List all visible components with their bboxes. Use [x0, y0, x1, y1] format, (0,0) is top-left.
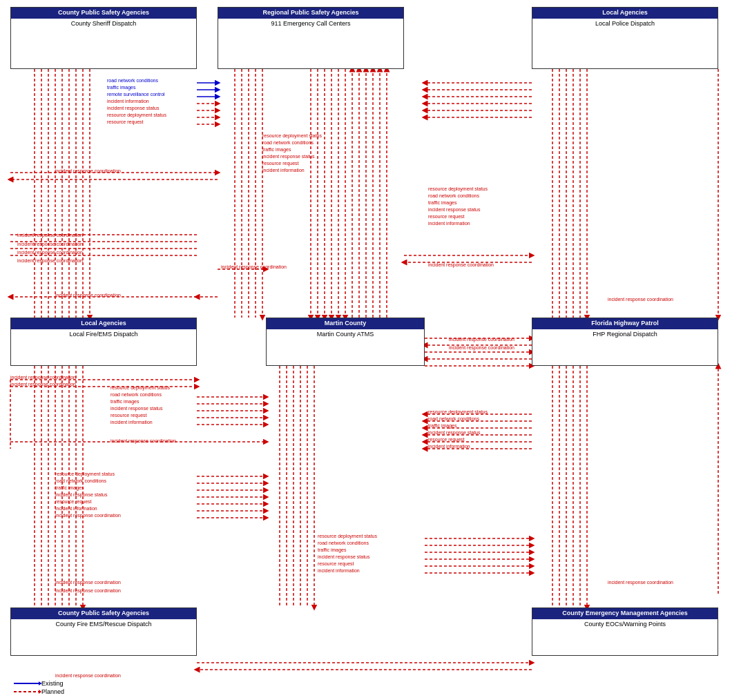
label-resource-req-5: resource request [55, 499, 92, 504]
label-traffic-images-4: traffic images [110, 399, 139, 404]
county-fire-node: County Public Safety Agencies County Fir… [10, 607, 197, 656]
label-incident-coord-8: incident response coordination [428, 262, 494, 267]
fhp-regional-header: Florida Highway Patrol [532, 318, 718, 329]
label-road-network-1: road network conditions [107, 78, 158, 83]
local-fire-subheader: Local Fire/EMS Dispatch [11, 329, 196, 340]
label-incident-info-3: incident information [428, 221, 470, 226]
label-resource-deploy-5: resource deployment status [55, 471, 115, 476]
local-police-node: Local Agencies Local Police Dispatch [532, 7, 718, 69]
label-traffic-images-1: traffic images [107, 85, 136, 90]
legend-existing: Existing [14, 680, 64, 687]
fhp-regional-subheader: FHP Regional Dispatch [532, 329, 718, 340]
local-fire-node: Local Agencies Local Fire/EMS Dispatch [10, 318, 197, 366]
regional-911-header: Regional Public Safety Agencies [218, 8, 403, 19]
label-incident-coord-1: incident response coordination [55, 168, 121, 173]
label-resource-req-1: resource request [107, 119, 144, 124]
label-incident-info-1: incident information [107, 99, 149, 104]
label-incident-coord-4: incident response coordination [17, 250, 83, 255]
fhp-regional-body [532, 340, 718, 374]
label-incident-coord-bottom-1: incident response coordination [55, 580, 121, 585]
label-incident-status-fhp: incident response status [428, 430, 481, 435]
local-fire-body [11, 340, 196, 374]
diagram-container: County Public Safety Agencies County She… [0, 0, 741, 700]
legend-planned: Planned [14, 688, 64, 695]
label-resource-req-eoc: resource request [318, 561, 354, 566]
martin-county-header: Martin County [267, 318, 424, 329]
county-eocs-node: County Emergency Management Agencies Cou… [532, 607, 718, 656]
label-resource-deploy-1: resource deployment status [107, 113, 166, 117]
label-incident-status-5: incident response status [55, 492, 108, 497]
label-resource-deploy-2: resource deployment status [262, 133, 322, 138]
label-traffic-images-fhp: traffic images [428, 423, 457, 428]
martin-county-body [267, 340, 424, 374]
local-fire-header: Local Agencies [11, 318, 196, 329]
label-traffic-images-2: traffic images [262, 147, 291, 152]
fhp-regional-node: Florida Highway Patrol FHP Regional Disp… [532, 318, 718, 366]
county-eocs-body [532, 630, 718, 664]
label-incident-info-5: incident information [55, 506, 97, 511]
county-sheriff-header: County Public Safety Agencies [11, 8, 196, 19]
martin-county-node: Martin County Martin County ATMS [266, 318, 425, 366]
label-incident-coord-bottom-2: incident response coordination [55, 588, 121, 593]
label-traffic-images-eoc: traffic images [318, 547, 347, 552]
label-remote-surv-1: remote surveillance control [107, 92, 165, 97]
label-resource-deploy-4: resource deployment status [110, 385, 170, 390]
label-road-network-3: road network conditions [428, 193, 479, 198]
county-sheriff-node: County Public Safety Agencies County She… [10, 7, 197, 69]
label-incident-coord-fhp-1: incident response coordination [449, 337, 514, 342]
label-resource-req-4: resource request [110, 413, 147, 418]
county-fire-body [11, 630, 196, 664]
label-incident-info-eoc: incident information [318, 568, 360, 573]
label-resource-deploy-fhp: resource deployment status [428, 409, 488, 414]
label-incident-status-2: incident response status [262, 154, 315, 159]
local-police-header: Local Agencies [532, 8, 718, 19]
label-incident-status-4: incident response status [110, 406, 163, 411]
regional-911-body [218, 29, 403, 64]
martin-county-subheader: Martin County ATMS [267, 329, 424, 340]
label-incident-coord-2: incident response coordination [17, 233, 83, 237]
legend-planned-label: Planned [41, 688, 64, 695]
county-eocs-header: County Emergency Management Agencies [532, 608, 718, 619]
label-incident-coord-3: incident response coordination [17, 242, 83, 246]
label-incident-info-2: incident information [262, 168, 305, 173]
county-fire-subheader: County Fire EMS/Rescue Dispatch [11, 619, 196, 630]
label-incident-coord-9: incident response coordination [608, 297, 673, 302]
label-resource-deploy-eoc: resource deployment status [318, 534, 377, 538]
label-incident-coord-7: incident response coordination [221, 264, 287, 269]
label-road-network-4: road network conditions [110, 392, 162, 397]
label-incident-status-3: incident response status [428, 207, 481, 212]
legend-existing-label: Existing [41, 680, 64, 687]
label-road-network-eoc: road network conditions [318, 541, 369, 545]
label-resource-deploy-3: resource deployment status [428, 186, 488, 191]
county-fire-header: County Public Safety Agencies [11, 608, 196, 619]
regional-911-subheader: 911 Emergency Call Centers [218, 19, 403, 30]
label-incident-coord-bottom-3: incident response coordination [55, 673, 121, 678]
label-traffic-images-3: traffic images [428, 200, 457, 205]
label-incident-coord-lower: incident response coordination [55, 513, 121, 518]
label-incident-coord-eocs: incident response coordination [608, 580, 673, 585]
label-incident-info-fhp: incident information [428, 444, 470, 449]
label-incident-info-4: incident information [110, 420, 153, 425]
county-sheriff-body [11, 29, 196, 64]
label-road-network-fhp: road network conditions [428, 416, 479, 421]
label-incident-coord-5: incident response coordination [17, 258, 83, 263]
label-resource-req-3: resource request [428, 214, 465, 219]
label-incident-coord-left-2: incident response coordination [10, 382, 76, 387]
county-sheriff-subheader: County Sheriff Dispatch [11, 19, 196, 30]
label-incident-status-1: incident response status [107, 106, 160, 110]
local-police-subheader: Local Police Dispatch [532, 19, 718, 30]
label-incident-coord-fhp-2: incident response coordination [449, 345, 514, 350]
legend: Existing Planned [14, 680, 64, 697]
label-resource-req-fhp: resource request [428, 437, 465, 442]
label-incident-coord-mc-1: incident response coordination [110, 438, 176, 443]
regional-911-node: Regional Public Safety Agencies 911 Emer… [218, 7, 404, 69]
label-resource-req-2: resource request [262, 161, 299, 166]
label-incident-coord-left-1: incident response coordination [10, 375, 76, 380]
label-road-network-5: road network conditions [55, 478, 106, 483]
label-road-network-2: road network conditions [262, 140, 314, 145]
label-incident-coord-6: incident response coordination [55, 293, 121, 298]
label-traffic-images-5: traffic images [55, 485, 84, 490]
county-eocs-subheader: County EOCs/Warning Points [532, 619, 718, 630]
label-incident-status-eoc: incident response status [318, 554, 370, 559]
local-police-body [532, 29, 718, 64]
